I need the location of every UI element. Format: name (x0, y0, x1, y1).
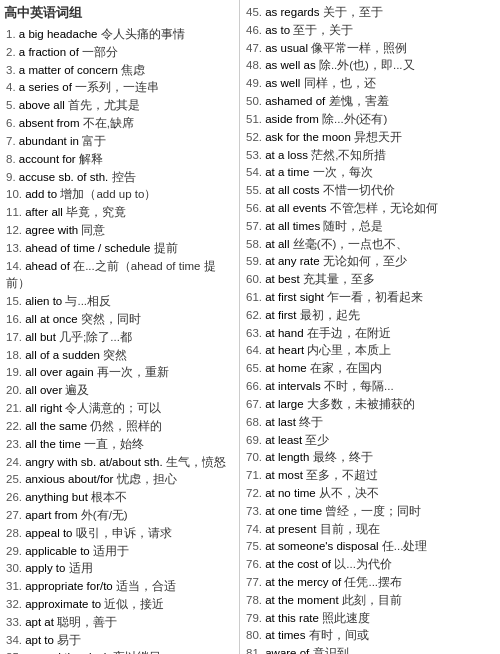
entry-num: 70. (246, 451, 265, 463)
list-item: 14. ahead of 在...之前（ahead of time 提前） (4, 258, 235, 294)
entry-cn: 仍然，照样的 (90, 420, 162, 432)
entry-cn: 至于，关于 (293, 24, 353, 36)
entry-num: 76. (246, 558, 265, 570)
entry-en: alien to (25, 295, 62, 307)
entry-en: at the cost of (265, 558, 331, 570)
list-item: 53. at a loss 茫然,不知所措 (244, 147, 496, 165)
entry-num: 30. (6, 562, 25, 574)
entry-en: at one time (265, 505, 322, 517)
list-item: 1. a big headache 令人头痛的事情 (4, 26, 235, 44)
entry-en: at first (265, 309, 296, 321)
list-item: 10. add to 增加（add up to） (4, 186, 235, 204)
list-item: 54. at a time 一次，每次 (244, 164, 496, 182)
entry-cn: 适当，合适 (116, 580, 176, 592)
entry-en: absent from (19, 117, 80, 129)
list-item: 74. at present 目前，现在 (244, 521, 496, 539)
list-item: 55. at all costs 不惜一切代价 (244, 182, 496, 200)
entry-en: at the mercy of (265, 576, 341, 588)
entry-en: apply to (25, 562, 65, 574)
entry-num: 17. (6, 331, 25, 343)
entry-num: 78. (246, 594, 265, 606)
entry-cn: 除..外(也)，即...又 (319, 59, 415, 71)
entry-cn: 适用 (69, 562, 93, 574)
list-item: 4. a series of 一系列，一连串 (4, 79, 235, 97)
list-item: 63. at hand 在手边，在附近 (244, 325, 496, 343)
entry-num: 72. (246, 487, 265, 499)
entry-num: 29. (6, 545, 25, 557)
entry-num: 50. (246, 95, 265, 107)
entry-en: a big headache (19, 28, 98, 40)
entry-cn: 充其量，至多 (303, 273, 375, 285)
entry-num: 52. (246, 131, 265, 143)
entry-cn: 茫然,不知所措 (311, 149, 386, 161)
entry-num: 79. (246, 612, 265, 624)
entry-en: a matter of concern (19, 64, 118, 76)
left-column: 高中英语词组 1. a big headache 令人头痛的事情2. a fra… (0, 0, 240, 654)
entry-num: 5. (6, 99, 19, 111)
entry-en: all right (25, 402, 62, 414)
entry-en: abundant in (19, 135, 79, 147)
entry-en: apart from (25, 509, 77, 521)
entry-num: 80. (246, 629, 265, 641)
list-item: 34. apt to 易于 (4, 632, 235, 650)
entry-en: at a time (265, 166, 309, 178)
entry-en: at intervals (265, 380, 321, 392)
entry-cn: 令人满意的；可以 (65, 402, 161, 414)
list-item: 30. apply to 适用 (4, 560, 235, 578)
entry-en: ask for the moon (265, 131, 351, 143)
list-item: 3. a matter of concern 焦虑 (4, 62, 235, 80)
entry-en: all over again (25, 366, 93, 378)
entry-cn: 令人头痛的事情 (101, 28, 185, 40)
entry-num: 23. (6, 438, 25, 450)
list-item: 64. at heart 内心里，本质上 (244, 342, 496, 360)
entry-num: 8. (6, 153, 19, 165)
list-item: 73. at one time 曾经，一度；同时 (244, 503, 496, 521)
list-item: 81. aware of 意识到 (244, 645, 496, 654)
entry-num: 15. (6, 295, 25, 307)
list-item: 77. at the mercy of 任凭...摆布 (244, 574, 496, 592)
list-item: 28. appeal to 吸引，申诉，请求 (4, 525, 235, 543)
entry-en: all of a sudden (25, 349, 100, 361)
entry-num: 46. (246, 24, 265, 36)
entry-num: 45. (246, 6, 265, 18)
entry-num: 51. (246, 113, 265, 125)
entry-en: as well as (265, 59, 316, 71)
entry-cn: 曾经，一度；同时 (325, 505, 421, 517)
list-item: 68. at last 终于 (244, 414, 496, 432)
entry-num: 13. (6, 242, 25, 254)
entry-cn: 有时，间或 (309, 629, 369, 641)
list-item: 76. at the cost of 以...为代价 (244, 556, 496, 574)
list-item: 20. all over 遍及 (4, 382, 235, 400)
list-item: 71. at most 至多，不超过 (244, 467, 496, 485)
entry-en: all over (25, 384, 62, 396)
entry-en: apt at (25, 616, 54, 628)
entry-cn: 同样，也，还 (304, 77, 376, 89)
entry-en: at all costs (265, 184, 319, 196)
entry-en: as usual (265, 42, 308, 54)
entry-num: 4. (6, 81, 19, 93)
list-item: 22. all the same 仍然，照样的 (4, 418, 235, 436)
entry-num: 62. (246, 309, 265, 321)
list-item: 35. around the clock 夜以继日 (4, 649, 235, 654)
entry-en: aware of (265, 647, 309, 654)
entry-en: at home (265, 362, 307, 374)
list-item: 69. at least 至少 (244, 432, 496, 450)
entry-cn: 最终，终于 (313, 451, 373, 463)
list-item: 16. all at once 突然，同时 (4, 311, 235, 329)
entry-cn: 任凭...摆布 (344, 576, 402, 588)
entry-cn: 与...相反 (65, 295, 111, 307)
list-item: 11. after all 毕竟，究竟 (4, 204, 235, 222)
entry-cn: 从不，决不 (319, 487, 379, 499)
entry-cn: 提前 (154, 242, 178, 254)
entry-num: 18. (6, 349, 25, 361)
entry-cn: 异想天开 (354, 131, 402, 143)
list-item: 56. at all events 不管怎样，无论如何 (244, 200, 496, 218)
entry-cn: 除...外(还有) (322, 113, 387, 125)
entry-num: 67. (246, 398, 265, 410)
entry-en: at no time (265, 487, 316, 499)
entry-num: 21. (6, 402, 25, 414)
list-item: 32. approximate to 近似，接近 (4, 596, 235, 614)
entry-en: as regards (265, 6, 319, 18)
entry-en: above all (19, 99, 65, 111)
entry-cn: 像平常一样，照例 (311, 42, 407, 54)
